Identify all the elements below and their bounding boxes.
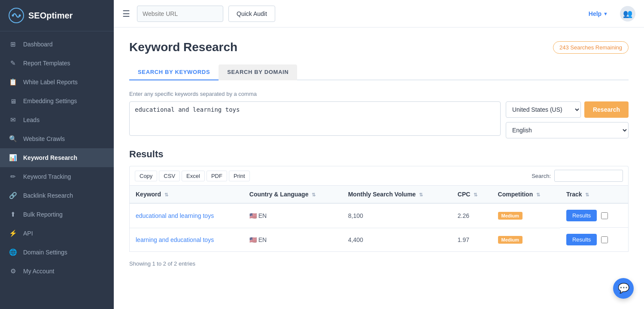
sidebar-item-leads[interactable]: ✉ Leads (0, 110, 114, 129)
msv-cell-1: 4,400 (342, 228, 452, 252)
col-track: Track ⇅ (560, 186, 629, 204)
searches-remaining-badge: 243 Searches Remaining (553, 41, 629, 54)
flag-1: 🇺🇸 (249, 236, 257, 243)
content-header: Keyword Research 243 Searches Remaining (129, 40, 629, 54)
print-button[interactable]: Print (229, 171, 250, 181)
avatar-icon: 👥 (623, 9, 632, 18)
competition-badge-1: Medium (498, 236, 523, 244)
sidebar-item-report-templates[interactable]: ✎ Report Templates (0, 54, 114, 73)
sidebar-item-label-website-crawls: Website Crawls (23, 135, 65, 142)
sidebar-item-label-keyword-research: Keyword Research (23, 154, 77, 161)
tab-by-keywords[interactable]: SEARCH BY KEYWORDS (129, 64, 219, 80)
user-avatar[interactable]: 👥 (620, 6, 635, 21)
topbar: ☰ Quick Audit Help ▼ 👥 (114, 0, 644, 28)
sidebar-item-label-dashboard: Dashboard (23, 41, 53, 48)
results-button-0[interactable]: Results (566, 210, 597, 221)
col-country-language: Country & Language ⇅ (243, 186, 342, 204)
sidebar-item-keyword-research[interactable]: 📊 Keyword Research (0, 148, 114, 167)
track-cell-0: Results (560, 204, 628, 228)
results-table: Keyword ⇅ Country & Language ⇅ Monthly S… (129, 185, 629, 252)
cpc-cell-0: 2.26 (452, 203, 492, 228)
bulk-reporting-icon: ⬆ (9, 210, 17, 219)
sort-icon-keyword[interactable]: ⇅ (164, 192, 168, 197)
sidebar-item-backlink-research[interactable]: 🔗 Backlink Research (0, 186, 114, 205)
excel-button[interactable]: Excel (182, 171, 205, 181)
search-controls: United States (US) United Kingdom (UK) A… (506, 101, 629, 138)
search-row: United States (US) United Kingdom (UK) A… (129, 101, 629, 138)
logo-text: SEOptimer (28, 11, 73, 21)
sidebar-item-label-white-label: White Label Reports (23, 79, 78, 86)
copy-button[interactable]: Copy (135, 171, 157, 181)
col-cpc: CPC ⇅ (452, 186, 492, 204)
keyword-research-icon: 📊 (9, 153, 17, 162)
col-monthly-search-volume: Monthly Search Volume ⇅ (342, 186, 452, 204)
sidebar: SEOptimer ⊞ Dashboard ✎ Report Templates… (0, 0, 114, 309)
search-tabs: SEARCH BY KEYWORDS SEARCH BY DOMAIN (129, 64, 629, 80)
competition-badge-0: Medium (498, 212, 523, 220)
table-row: learning and educational toys 🇺🇸 EN 4,40… (130, 228, 629, 252)
main-area: ☰ Quick Audit Help ▼ 👥 Keyword Research … (114, 0, 644, 309)
content-area: Keyword Research 243 Searches Remaining … (114, 28, 644, 309)
website-crawls-icon: 🔍 (9, 135, 17, 143)
csv-button[interactable]: CSV (159, 171, 180, 181)
keyword-cell-1: learning and educational toys (130, 228, 243, 252)
sidebar-item-keyword-tracking[interactable]: ✏ Keyword Tracking (0, 167, 114, 186)
tab-by-domain[interactable]: SEARCH BY DOMAIN (219, 64, 297, 80)
sidebar-item-label-bulk-reporting: Bulk Reporting (23, 211, 63, 218)
showing-entries-text: Showing 1 to 2 of 2 entries (129, 257, 629, 270)
keyword-cell-0: educational and learning toys (130, 203, 243, 228)
svg-point-2 (19, 15, 21, 17)
competition-cell-0: Medium (492, 203, 560, 228)
sidebar-item-domain-settings[interactable]: 🌐 Domain Settings (0, 243, 114, 262)
keywords-textarea[interactable] (129, 101, 501, 136)
quick-audit-button[interactable]: Quick Audit (228, 6, 275, 22)
sort-icon-cpc[interactable]: ⇅ (474, 192, 477, 197)
sidebar-item-label-my-account: My Account (23, 268, 54, 275)
sidebar-item-label-api: API (23, 230, 33, 237)
logo-icon (9, 8, 24, 23)
url-input[interactable] (137, 6, 223, 22)
sidebar-navigation: ⊞ Dashboard ✎ Report Templates 📋 White L… (0, 31, 114, 309)
sort-icon-msv[interactable]: ⇅ (419, 192, 423, 197)
language-select[interactable]: English Spanish French (506, 122, 629, 138)
competition-cell-1: Medium (492, 228, 560, 252)
sort-icon-track[interactable]: ⇅ (585, 192, 589, 197)
table-body: educational and learning toys 🇺🇸 EN 8,10… (130, 203, 629, 252)
sidebar-item-dashboard[interactable]: ⊞ Dashboard (0, 35, 114, 54)
table-search-input[interactable] (554, 170, 623, 182)
sidebar-item-api[interactable]: ⚡ API (0, 224, 114, 243)
sidebar-item-website-crawls[interactable]: 🔍 Website Crawls (0, 129, 114, 148)
track-cell-1: Results (560, 228, 628, 251)
search-instruction: Enter any specific keywords separated by… (129, 91, 629, 97)
sidebar-item-my-account[interactable]: ⚙ My Account (0, 262, 114, 281)
help-menu[interactable]: Help ▼ (589, 10, 608, 17)
country-select[interactable]: United States (US) United Kingdom (UK) A… (506, 101, 581, 118)
sort-icon-competition[interactable]: ⇅ (536, 192, 540, 197)
chat-bubble[interactable]: 💬 (613, 278, 634, 299)
sidebar-item-label-domain-settings: Domain Settings (23, 249, 67, 256)
chevron-down-icon: ▼ (603, 11, 608, 16)
table-search: Search: (532, 170, 623, 182)
report-templates-icon: ✎ (9, 59, 17, 67)
hamburger-menu[interactable]: ☰ (122, 9, 130, 19)
sidebar-item-embedding[interactable]: 🖥 Embedding Settings (0, 92, 114, 110)
sidebar-item-bulk-reporting[interactable]: ⬆ Bulk Reporting (0, 205, 114, 224)
sidebar-item-label-report-templates: Report Templates (23, 60, 70, 67)
white-label-icon: 📋 (9, 78, 17, 86)
sidebar-item-label-embedding: Embedding Settings (23, 98, 77, 104)
track-checkbox-1[interactable] (601, 236, 608, 243)
research-button[interactable]: Research (584, 101, 629, 118)
pdf-button[interactable]: PDF (207, 171, 227, 181)
search-label-inline: Search: (532, 173, 551, 179)
track-checkbox-0[interactable] (601, 212, 608, 219)
my-account-icon: ⚙ (9, 267, 17, 275)
sidebar-item-label-leads: Leads (23, 116, 39, 123)
sort-icon-country[interactable]: ⇅ (312, 192, 316, 197)
leads-icon: ✉ (9, 116, 17, 124)
sidebar-item-label-backlink-research: Backlink Research (23, 192, 73, 199)
sidebar-item-white-label[interactable]: 📋 White Label Reports (0, 73, 114, 92)
api-icon: ⚡ (9, 229, 17, 238)
table-row: educational and learning toys 🇺🇸 EN 8,10… (130, 203, 629, 228)
sidebar-logo[interactable]: SEOptimer (0, 0, 114, 31)
results-button-1[interactable]: Results (566, 234, 597, 245)
